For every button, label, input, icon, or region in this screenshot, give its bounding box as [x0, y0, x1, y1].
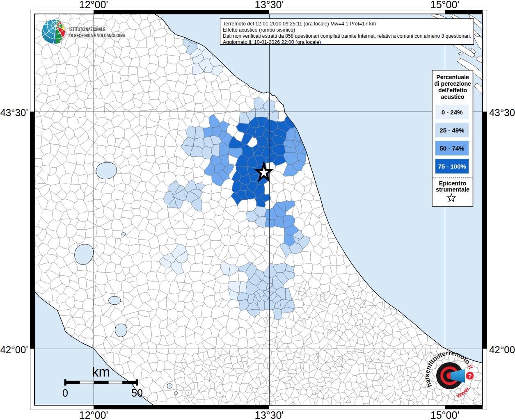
svg-text:42°00': 42°00': [0, 344, 28, 355]
svg-text:dell'effetto: dell'effetto: [438, 87, 467, 94]
svg-text:50: 50: [131, 387, 143, 399]
svg-text:50 - 74%: 50 - 74%: [439, 145, 464, 152]
svg-text:Epicentro: Epicentro: [439, 180, 467, 187]
svg-text:15°00': 15°00': [430, 0, 459, 10]
svg-text:25 - 49%: 25 - 49%: [439, 127, 464, 134]
svg-text:Effetto acustico (rombo sismic: Effetto acustico (rombo sismico): [223, 27, 295, 33]
svg-text:ISTITUTO NAZIONALE: ISTITUTO NAZIONALE: [69, 27, 105, 32]
svg-text:strumentale: strumentale: [436, 186, 469, 193]
svg-text:43°30': 43°30': [0, 107, 28, 118]
svg-text:42°00': 42°00': [489, 344, 515, 355]
svg-text:Percentuale: Percentuale: [436, 74, 469, 80]
svg-text:12°00': 12°00': [79, 0, 108, 10]
svg-text:Aggiornato il: 10-01-2026 22:0: Aggiornato il: 10-01-2026 22:00 (ora loc…: [223, 39, 321, 45]
svg-text:0: 0: [62, 387, 68, 399]
svg-text:12°00': 12°00': [79, 409, 108, 420]
svg-text:75 - 100%: 75 - 100%: [438, 163, 466, 170]
svg-text:Dati non verificati estratti d: Dati non verificati estratti da 858 ques…: [223, 33, 471, 39]
svg-text:?: ?: [468, 372, 472, 379]
svg-text:13°30': 13°30': [255, 409, 284, 420]
svg-text:DI GEOFISICA E VULCANOLOGIA: DI GEOFISICA E VULCANOLOGIA: [69, 33, 125, 39]
svg-text:acustico: acustico: [441, 94, 465, 100]
svg-text:di percezione: di percezione: [434, 80, 471, 87]
svg-text:0 - 24%: 0 - 24%: [442, 109, 463, 116]
svg-text:15°00': 15°00': [430, 409, 459, 420]
svg-text:km: km: [92, 364, 110, 379]
svg-text:Terremoto del 12-01-2010 09:25: Terremoto del 12-01-2010 09:25:11 (ora l…: [223, 21, 376, 27]
svg-text:13°30': 13°30': [255, 0, 284, 10]
svg-text:43°30': 43°30': [489, 107, 515, 118]
